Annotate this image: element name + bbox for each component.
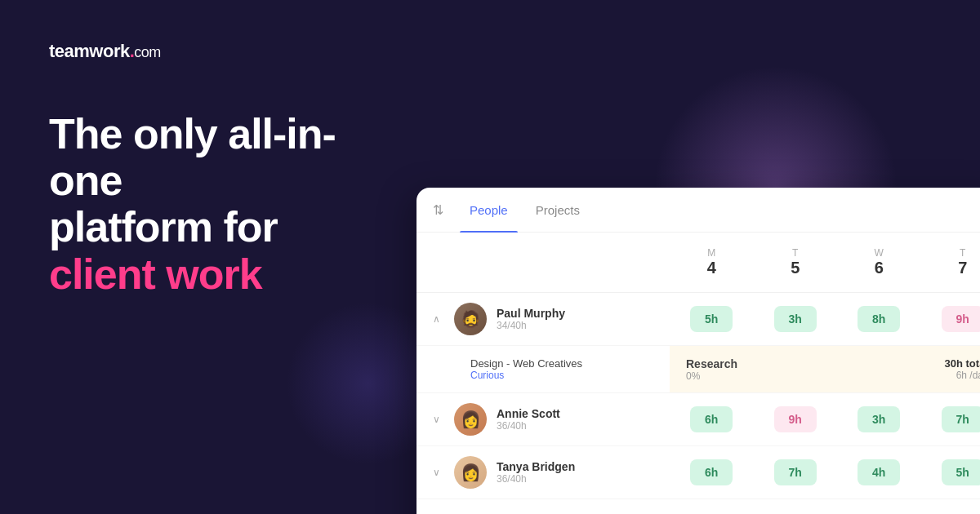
cal-day-3: W 6	[837, 241, 921, 284]
person-info-tanya: ∨ 👩 Tanya Bridgen 36/40h	[416, 456, 670, 489]
logo-com: com	[134, 44, 161, 60]
time-badge-annie-3: 3h	[858, 406, 900, 432]
time-badge-paul-3: 8h	[858, 306, 900, 332]
ui-card: ⇅ People Projects M 4 T 5 W 6 T 7 ∧ 🧔	[416, 188, 980, 514]
cal-day-2: T 5	[754, 241, 838, 284]
time-badge-tanya-1: 6h	[690, 459, 733, 485]
time-badge-tanya-4: 5h	[942, 459, 980, 485]
day-num-2: 5	[791, 259, 800, 277]
task-right: 30h total 6h /day	[945, 357, 980, 381]
time-cell-annie-4: 7h	[921, 403, 981, 436]
person-name-annie: Annie Scott	[497, 407, 560, 420]
time-badge-annie-2: 9h	[774, 406, 817, 432]
day-num-1: 4	[707, 259, 716, 277]
time-cell-tanya-2: 7h	[754, 456, 838, 489]
time-cell-paul-2: 3h	[754, 303, 838, 335]
headline-highlight: client work	[49, 251, 368, 298]
time-badge-annie-4: 7h	[942, 406, 980, 432]
day-letter-1: M	[670, 247, 754, 259]
person-details-tanya: Tanya Bridgen 36/40h	[497, 460, 575, 485]
headline: The only all-in-one platform for client …	[49, 111, 368, 298]
time-badge-paul-1: 5h	[690, 306, 733, 332]
person-hours-tanya: 36/40h	[497, 473, 575, 485]
cal-day-4: T 7	[921, 241, 981, 284]
tab-people-label: People	[470, 203, 508, 217]
time-cell-paul-3: 8h	[837, 303, 921, 335]
headline-line2: platform for	[49, 203, 278, 250]
person-name-paul: Paul Murphy	[497, 307, 565, 320]
chevron-paul[interactable]: ∧	[433, 313, 444, 325]
time-cell-annie-2: 9h	[754, 403, 838, 436]
logo-brand: teamwork.com	[49, 41, 161, 62]
task-name: Research	[686, 357, 737, 370]
day-num-3: 6	[875, 259, 884, 277]
person-row-annie: ∨ 👩 Annie Scott 36/40h 6h 9h 3h 7h	[416, 393, 980, 446]
chevron-annie[interactable]: ∨	[433, 414, 444, 425]
time-cell-paul-1: 5h	[670, 303, 754, 335]
time-cell-annie-1: 6h	[670, 403, 754, 436]
day-letter-2: T	[754, 247, 838, 259]
left-panel: teamwork.com The only all-in-one platfor…	[0, 0, 416, 514]
time-cell-tanya-3: 4h	[837, 456, 921, 489]
time-badge-paul-2: 3h	[774, 306, 817, 332]
project-sub: Curious	[470, 370, 653, 381]
task-day: 6h /day	[956, 370, 980, 381]
task-left: Research 0%	[686, 357, 737, 382]
time-cell-tanya-4: 5h	[921, 456, 981, 489]
person-row-tanya: ∨ 👩 Tanya Bridgen 36/40h 6h 7h 4h 5h	[416, 446, 980, 499]
person-info-paul: ∧ 🧔 Paul Murphy 34/40h	[416, 303, 670, 335]
avatar-paul: 🧔	[454, 303, 487, 335]
project-row: Design - Web Creatives Curious Research …	[416, 346, 980, 393]
project-info: Design - Web Creatives Curious	[416, 346, 670, 392]
task-total: 30h total	[945, 357, 980, 370]
day-letter-3: W	[837, 247, 921, 259]
person-hours-annie: 36/40h	[497, 420, 560, 432]
card-header: ⇅ People Projects	[416, 188, 980, 233]
tab-projects-label: Projects	[536, 203, 580, 217]
calendar-header: M 4 T 5 W 6 T 7	[416, 233, 980, 293]
time-badge-tanya-2: 7h	[774, 459, 817, 485]
chevron-tanya[interactable]: ∨	[433, 467, 444, 478]
tab-projects[interactable]: Projects	[526, 188, 590, 233]
person-row-paul: ∧ 🧔 Paul Murphy 34/40h 5h 3h 8h 9h	[416, 293, 980, 346]
person-hours-paul: 34/40h	[497, 320, 565, 331]
person-info-annie: ∨ 👩 Annie Scott 36/40h	[416, 403, 670, 436]
time-cell-annie-3: 3h	[837, 403, 921, 436]
cal-day-1: M 4	[670, 241, 754, 284]
logo-brand-text: teamwork	[49, 41, 130, 61]
day-letter-4: T	[921, 247, 981, 259]
time-badge-tanya-3: 4h	[858, 459, 900, 485]
person-details-annie: Annie Scott 36/40h	[497, 407, 560, 432]
project-task-area: Research 0% 30h total 6h /day	[670, 346, 980, 392]
time-cell-tanya-1: 6h	[670, 456, 754, 489]
project-name: Design - Web Creatives	[470, 357, 653, 370]
tab-people[interactable]: People	[460, 188, 518, 233]
person-name-tanya: Tanya Bridgen	[497, 460, 575, 473]
person-details-paul: Paul Murphy 34/40h	[497, 307, 565, 331]
day-num-4: 7	[958, 259, 967, 277]
calendar-spacer	[416, 241, 670, 284]
time-badge-annie-1: 6h	[690, 406, 733, 432]
avatar-tanya: 👩	[454, 456, 487, 489]
logo: teamwork.com	[49, 41, 368, 62]
time-badge-paul-4: 9h	[942, 306, 980, 332]
headline-line1: The only all-in-one	[49, 110, 336, 204]
avatar-annie: 👩	[454, 403, 487, 436]
collapse-icon[interactable]: ⇅	[433, 202, 443, 218]
time-cell-paul-4: 9h	[921, 303, 981, 335]
task-percent: 0%	[686, 370, 737, 382]
